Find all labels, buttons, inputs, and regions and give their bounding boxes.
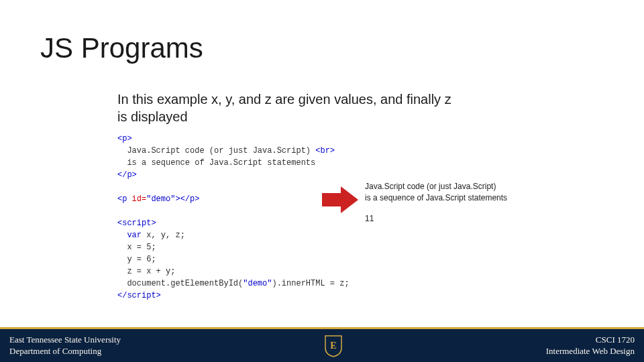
footer-university: East Tennessee State University <box>9 335 121 346</box>
slide-title: JS Programs <box>40 32 203 64</box>
code-tag: <p> <box>117 134 132 143</box>
code-attr: id= <box>132 194 147 204</box>
code-text: y = 6; <box>117 255 156 264</box>
footer-department: Department of Computing <box>9 346 121 357</box>
code-tag: ></p> <box>175 194 199 204</box>
footer-logo: E <box>324 335 343 357</box>
code-text: x, y, z; <box>142 231 185 240</box>
output-example: Java.Script code (or just Java.Script) i… <box>365 181 507 224</box>
footer-left: East Tennessee State University Departme… <box>9 335 121 357</box>
logo-letter: E <box>330 341 336 351</box>
code-text: z = x + y; <box>117 267 175 276</box>
slide-subtitle: In this example x, y, and z are given va… <box>117 90 453 125</box>
svg-marker-0 <box>322 186 358 213</box>
code-keyword: var <box>117 231 142 240</box>
code-example: <p> Java.Script code (or just Java.Scrip… <box>117 133 350 302</box>
output-line: is a sequence of Java.Script statements <box>365 192 507 204</box>
output-result: 11 <box>365 213 507 225</box>
output-line: Java.Script code (or just Java.Script) <box>365 181 507 192</box>
code-tag: <p <box>117 194 132 204</box>
footer-course-name: Intermediate Web Design <box>546 346 635 357</box>
code-tag: </p> <box>117 170 137 180</box>
code-string: "demo" <box>146 194 175 204</box>
code-text: is a sequence of Java.Script statements <box>117 158 315 168</box>
code-tag: <script> <box>117 219 156 228</box>
footer-right: CSCI 1720 Intermediate Web Design <box>546 335 635 357</box>
code-string: "demo" <box>243 279 272 288</box>
code-text: Java.Script code (or just Java.Script) <box>117 146 315 156</box>
slide-footer: East Tennessee State University Departme… <box>0 327 644 362</box>
footer-course-code: CSCI 1720 <box>546 335 635 346</box>
code-text: document.getElementById( <box>117 279 243 288</box>
arrow-icon <box>322 186 358 216</box>
code-text: x = 5; <box>117 243 156 252</box>
code-br-tag: <br> <box>315 146 335 156</box>
code-tag: </script> <box>117 291 161 300</box>
code-text: ).innerHTML = z; <box>272 279 349 288</box>
